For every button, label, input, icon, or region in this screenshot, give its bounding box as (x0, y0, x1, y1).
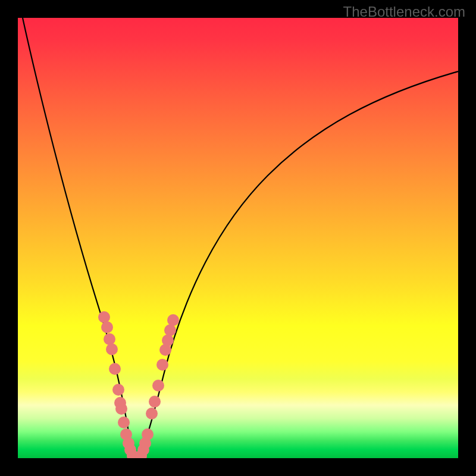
chart-plot-area (18, 18, 458, 458)
marker-dot (152, 380, 164, 392)
bottleneck-curve-path (23, 18, 458, 458)
marker-dot (115, 403, 127, 415)
marker-dot (118, 416, 130, 428)
marker-dot (101, 321, 113, 333)
marker-dot (167, 314, 179, 326)
marker-dot (109, 363, 121, 375)
marker-dots-group (98, 311, 179, 458)
watermark-text: TheBottleneck.com (343, 4, 465, 20)
marker-dot (106, 343, 118, 355)
marker-dot (98, 311, 110, 323)
marker-dot (112, 384, 124, 396)
marker-dot (162, 334, 174, 346)
marker-dot (146, 408, 158, 419)
marker-dot (104, 333, 115, 345)
marker-dot (156, 359, 168, 371)
marker-dot (164, 324, 176, 336)
marker-dot (142, 428, 154, 440)
marker-dot (149, 396, 161, 408)
bottleneck-curve-svg (18, 18, 458, 458)
